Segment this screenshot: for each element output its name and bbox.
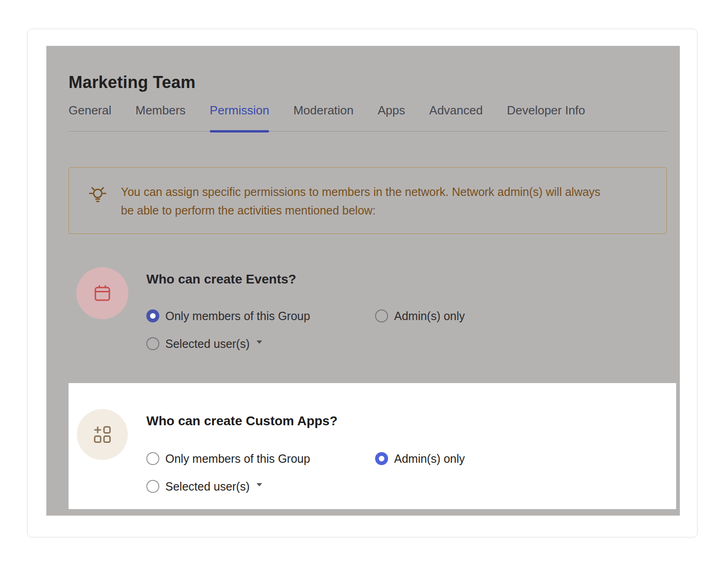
page-title: Marketing Team	[69, 73, 195, 92]
section-question: Who can create Events?	[146, 272, 465, 287]
tab-developer-info[interactable]: Developer Info	[507, 103, 585, 131]
radio-label: Only members of this Group	[165, 309, 310, 323]
radio-label: Selected user(s)	[165, 337, 250, 351]
dimmed-overlay-region: Marketing Team General Members Permissio…	[46, 46, 680, 516]
custom-apps-permission-section: Who can create Custom Apps? Only members…	[69, 383, 676, 493]
tab-apps[interactable]: Apps	[378, 103, 405, 131]
tab-advanced[interactable]: Advanced	[429, 103, 483, 131]
chevron-down-icon[interactable]	[257, 483, 262, 486]
custom-apps-icon	[92, 424, 113, 445]
calendar-icon	[92, 283, 113, 304]
section-question: Who can create Custom Apps?	[146, 414, 465, 428]
radio-option-admins-only[interactable]: Admin(s) only	[375, 452, 465, 466]
tab-moderation[interactable]: Moderation	[293, 103, 353, 131]
highlighted-panel: Who can create Custom Apps? Only members…	[69, 383, 676, 509]
radio-option-only-members[interactable]: Only members of this Group	[146, 309, 375, 323]
radio-unselected	[375, 309, 388, 322]
radio-label: Admin(s) only	[394, 309, 465, 323]
radio-option-only-members[interactable]: Only members of this Group	[146, 452, 375, 466]
radio-selected	[375, 452, 388, 465]
chevron-down-icon[interactable]	[257, 340, 262, 344]
radio-label: Selected user(s)	[165, 479, 250, 493]
radio-option-selected-users[interactable]: Selected user(s)	[146, 479, 375, 493]
settings-card: Marketing Team General Members Permissio…	[27, 29, 697, 537]
radio-label: Admin(s) only	[394, 452, 465, 466]
radio-label: Only members of this Group	[165, 452, 310, 466]
tab-bar: General Members Permission Moderation Ap…	[69, 103, 668, 132]
events-icon-circle	[76, 267, 128, 319]
lightbulb-icon	[86, 183, 110, 205]
tab-general[interactable]: General	[69, 103, 112, 131]
radio-unselected	[146, 452, 159, 465]
tip-text: You can assign specific permissions to m…	[121, 183, 615, 220]
radio-group-events: Only members of this Group Admin(s) only…	[146, 309, 465, 351]
radio-group-custom-apps: Only members of this Group Admin(s) only…	[146, 452, 465, 493]
radio-selected	[146, 309, 159, 322]
events-permission-section: Who can create Events? Only members of t…	[76, 267, 465, 351]
radio-option-selected-users[interactable]: Selected user(s)	[146, 337, 375, 351]
tab-members[interactable]: Members	[136, 103, 186, 131]
radio-unselected	[146, 480, 159, 493]
tab-permission[interactable]: Permission	[210, 103, 270, 131]
custom-apps-icon-circle	[77, 409, 128, 460]
radio-option-admins-only[interactable]: Admin(s) only	[375, 309, 465, 323]
permissions-tip-banner: You can assign specific permissions to m…	[69, 167, 667, 234]
radio-unselected	[146, 337, 159, 350]
